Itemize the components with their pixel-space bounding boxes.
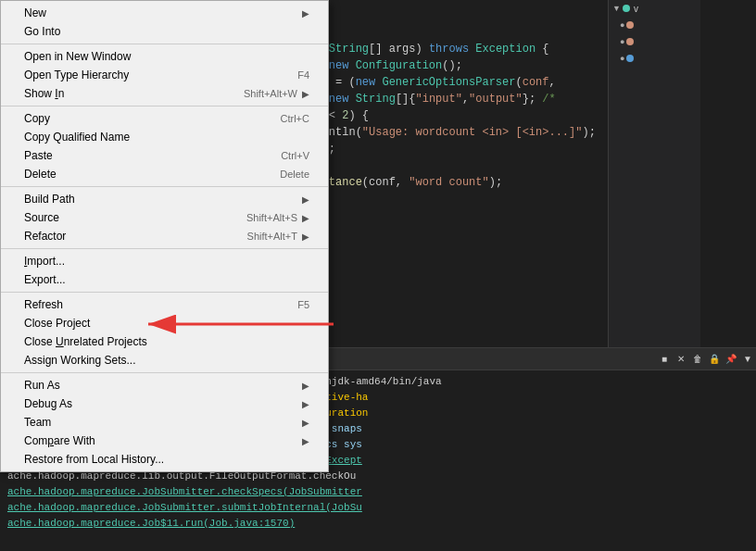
menu-item-new[interactable]: New ▶ (1, 4, 328, 22)
submenu-arrow-icon: ▶ (302, 8, 309, 19)
menu-item-label: Show In (24, 87, 216, 100)
submenu-arrow-icon: ▶ (302, 418, 309, 428)
menu-item-copy[interactable]: Copy Ctrl+C (1, 109, 328, 128)
tree-item: ● (609, 50, 700, 67)
submenu-arrow-icon: ▶ (302, 194, 309, 205)
menu-item-label: Refresh (24, 298, 270, 311)
tree-item: ▼ v (609, 0, 700, 17)
shortcut-label: Shift+Alt+S (246, 212, 297, 223)
clear-button[interactable]: 🗑 (690, 352, 705, 367)
console-line: ache.hadoop.mapreduce.JobSubmitter.submi… (7, 500, 749, 516)
tree-item: ● (609, 33, 700, 50)
menu-item-open-new-window[interactable]: Open in New Window (1, 47, 328, 66)
menu-item-assign-working-sets[interactable]: Assign Working Sets... (1, 351, 328, 369)
menu-item-label: Export... (24, 273, 309, 286)
pin-button[interactable]: 📌 (724, 352, 738, 367)
menu-item-label: Close Project (24, 317, 309, 330)
tree-item: ● (609, 17, 700, 33)
shortcut-label: Shift+Alt+T (247, 231, 297, 242)
menu-item-build-path[interactable]: Build Path ▶ (1, 190, 328, 208)
menu-item-run-as[interactable]: Run As ▶ (1, 376, 328, 394)
menu-item-label: Restore from Local History... (24, 453, 309, 466)
menu-item-refactor[interactable]: Refactor Shift+Alt+T ▶ (1, 227, 328, 245)
menu-item-label: Compare With (24, 434, 297, 447)
menu-separator (1, 44, 328, 44)
context-menu: New ▶ Go Into Open in New Window Open Ty… (0, 0, 329, 472)
console-line: ache.hadoop.mapreduce.JobSubmitter.check… (7, 484, 749, 500)
submenu-arrow-icon: ▶ (302, 89, 309, 99)
menu-item-delete[interactable]: Delete Delete (1, 165, 328, 183)
menu-item-export[interactable]: Export... (1, 270, 328, 289)
shortcut-label: Ctrl+C (281, 113, 309, 124)
menu-item-label: New (24, 6, 297, 19)
shortcut-label: Ctrl+V (281, 150, 309, 161)
menu-item-source[interactable]: Source Shift+Alt+S ▶ (1, 208, 328, 227)
menu-item-copy-qualified-name[interactable]: Copy Qualified Name (1, 128, 328, 146)
menu-item-debug-as[interactable]: Debug As ▶ (1, 394, 328, 413)
menu-item-label: Delete (24, 168, 252, 181)
menu-separator (1, 292, 328, 293)
menu-item-restore-local-history[interactable]: Restore from Local History... (1, 450, 328, 469)
menu-item-label: Team (24, 416, 297, 429)
menu-item-label: Open Type Hierarchy (24, 69, 270, 81)
menu-item-label: Open in New Window (24, 50, 309, 63)
project-tree: ▼ v ● ● ● (608, 0, 700, 347)
menu-item-label: Assign Working Sets... (24, 354, 309, 367)
menu-item-label: Paste (24, 149, 253, 162)
menu-separator (1, 248, 328, 249)
remove-button[interactable]: ✕ (674, 352, 688, 367)
scroll-lock-button[interactable]: 🔒 (707, 352, 722, 367)
menu-item-label: Import... (24, 255, 309, 268)
menu-item-team[interactable]: Team ▶ (1, 413, 328, 432)
console-line: ache.hadoop.mapreduce.Job$11.run(Job.jav… (7, 516, 749, 532)
menu-item-paste[interactable]: Paste Ctrl+V (1, 146, 328, 165)
menu-item-refresh[interactable]: Refresh F5 (1, 295, 328, 314)
menu-item-label: Refactor (24, 230, 220, 243)
menu-item-compare-with[interactable]: Compare With ▶ (1, 432, 328, 450)
menu-separator (1, 186, 328, 187)
menu-item-import[interactable]: Import... (1, 252, 328, 270)
menu-item-label: Build Path (24, 193, 297, 206)
menu-separator (1, 106, 328, 106)
menu-item-label: Debug As (24, 397, 297, 410)
submenu-arrow-icon: ▶ (302, 232, 309, 242)
shortcut-label: F5 (297, 299, 309, 310)
shortcut-label: Shift+Alt+W (244, 88, 297, 99)
menu-item-show-in[interactable]: Show In Shift+Alt+W ▶ (1, 84, 328, 103)
menu-item-label: Run As (24, 379, 297, 392)
menu-item-go-into[interactable]: Go Into (1, 22, 328, 41)
shortcut-label: Delete (280, 169, 309, 180)
menu-item-label: Close Unrelated Projects (24, 335, 309, 348)
submenu-arrow-icon: ▶ (302, 381, 309, 391)
submenu-arrow-icon: ▶ (302, 399, 309, 409)
menu-item-label: Source (24, 211, 219, 224)
menu-item-label: Copy Qualified Name (24, 131, 309, 144)
menu-item-open-type-hierarchy[interactable]: Open Type Hierarchy F4 (1, 66, 328, 84)
menu-separator (1, 372, 328, 373)
view-menu-button[interactable]: ▼ (740, 352, 755, 367)
menu-item-close-project[interactable]: Close Project (1, 314, 328, 332)
shortcut-label: F4 (297, 69, 309, 81)
submenu-arrow-icon: ▶ (302, 213, 309, 223)
menu-item-label: Go Into (24, 25, 309, 38)
submenu-arrow-icon: ▶ (302, 436, 309, 446)
terminate-button[interactable]: ■ (657, 352, 672, 367)
menu-item-close-unrelated[interactable]: Close Unrelated Projects (1, 332, 328, 351)
menu-item-label: Copy (24, 112, 253, 125)
